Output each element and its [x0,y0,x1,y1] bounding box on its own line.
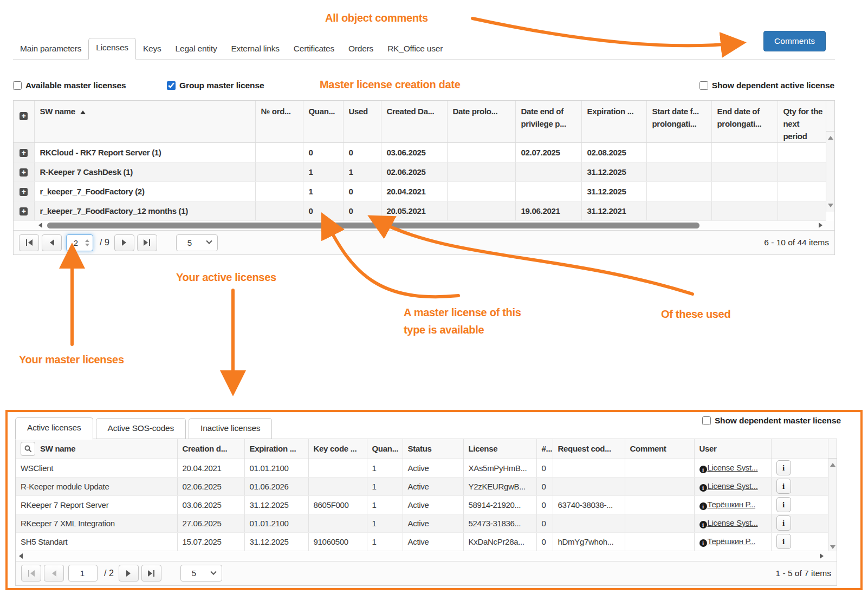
user-link[interactable]: Терёшкин Р... [708,537,756,546]
column-header-key-code[interactable]: Key code ... [308,439,367,459]
scroll-down-icon[interactable] [828,204,833,207]
info-button[interactable]: i [776,460,791,475]
tab-orders[interactable]: Orders [341,40,380,59]
cell: 19.06.2021 [515,201,581,221]
previous-page-button[interactable] [44,565,64,582]
cell: 31.12.2025 [244,495,308,514]
tab-main-parameters[interactable]: Main parameters [13,40,88,59]
user-link[interactable]: License Syst... [708,518,758,527]
column-header-sw-name[interactable]: SW name [16,439,177,459]
scroll-right-icon[interactable] [820,553,824,559]
search-button[interactable] [21,442,35,456]
tab-inactive-licenses[interactable]: Inactive licenses [189,418,272,439]
cell: 1 [343,162,381,182]
tab-rk-office-user[interactable]: RK_Office user [380,40,450,59]
column-header-number[interactable]: #... [536,439,553,459]
column-header-status[interactable]: Status [403,439,463,459]
cell-sw-name: r_keeper_7_FoodFactory_12 months (1) [34,201,255,221]
info-button[interactable]: i [776,497,791,512]
cell-user: iТерёшкин Р... [694,532,771,551]
tab-keys[interactable]: Keys [136,40,169,59]
column-header-creation-date[interactable]: Creation d... [177,439,244,459]
column-header-user[interactable]: User [694,439,771,459]
tab-active-licenses[interactable]: Active licenses [15,417,93,440]
horizontal-scrollbar[interactable] [16,551,837,561]
cell: Y2zKEURgwB... [463,477,536,495]
vertical-scrollbar[interactable] [826,132,834,212]
column-header-used[interactable]: Used [343,101,381,143]
tab-certificates[interactable]: Certificates [287,40,341,59]
table-row[interactable]: + RKCloud - RK7 Report Server (1) 0 0 03… [14,143,826,162]
expand-row-icon[interactable]: + [20,207,28,215]
tab-licenses[interactable]: Licenses [88,38,136,60]
show-dependent-master-license-checkbox[interactable]: Show dependent master license [702,416,841,426]
info-button[interactable]: i [776,479,791,494]
expand-row-icon[interactable]: + [20,188,28,196]
scrollbar-thumb[interactable] [47,223,699,228]
tab-legal-entity[interactable]: Legal entity [169,40,224,59]
expand-row-icon[interactable]: + [20,168,28,177]
user-link[interactable]: License Syst... [708,481,758,491]
user-link[interactable]: Терёшкин Р... [708,500,756,509]
page-number-input[interactable] [70,569,95,578]
table-row[interactable]: RKeeper 7 Report Server 03.06.2025 31.12… [16,495,828,514]
column-header-date-prolong[interactable]: Date prolo... [447,101,515,143]
scroll-right-icon[interactable] [819,223,822,228]
column-header-license[interactable]: License [463,439,536,459]
horizontal-scrollbar[interactable] [14,221,834,230]
column-header-request-code[interactable]: Request cod... [553,439,625,459]
spin-down-icon[interactable] [85,244,89,246]
first-page-button[interactable] [21,565,41,582]
page-size-select[interactable]: 5 [176,234,218,251]
available-master-licenses-checkbox[interactable]: Available master licenses [13,81,126,90]
info-button[interactable]: i [776,534,791,549]
scroll-up-icon[interactable] [830,463,835,467]
column-header-comment[interactable]: Comment [625,439,694,459]
table-row[interactable]: WSClient 20.04.2021 01.01.2100 1 Active … [16,459,828,477]
scroll-left-icon[interactable] [38,223,42,228]
next-page-button[interactable] [114,234,134,251]
table-row[interactable]: SH5 Standart 15.07.2025 31.12.2025 91060… [16,532,828,551]
table-row[interactable]: + r_keeper_7_FoodFactory_12 months (1) 0… [14,201,826,221]
column-header-quantity[interactable]: Quan... [367,439,403,459]
expand-all-icon[interactable]: + [20,112,28,120]
table-row[interactable]: + R-Keeper 7 CashDesk (1) 1 1 02.06.2025… [14,162,826,182]
vertical-scrollbar[interactable] [828,459,837,553]
scroll-up-icon[interactable] [828,136,833,140]
tab-external-links[interactable]: External links [224,40,286,59]
first-page-button[interactable] [19,234,39,251]
column-header-expiration[interactable]: Expiration ... [581,101,646,143]
table-row[interactable]: R-Keeper module Update 02.06.2025 01.06.… [16,477,828,495]
column-header-sw-name[interactable]: SW name [34,101,255,143]
scroll-down-icon[interactable] [830,545,835,549]
group-master-license-checkbox[interactable]: Group master license [167,81,264,90]
next-page-button[interactable] [119,565,139,582]
info-button[interactable]: i [776,515,791,531]
spinner[interactable] [84,239,90,246]
last-page-button[interactable] [137,234,157,251]
tab-active-sos-codes[interactable]: Active SOS-codes [96,418,186,439]
page-number-input[interactable] [68,238,84,247]
column-header-privilege-end[interactable]: Date end of privilege p... [515,101,581,143]
column-header-quantity[interactable]: Quan... [303,101,343,143]
column-header-start-prolong[interactable]: Start date f... prolongati... [646,101,711,143]
expand-row-icon[interactable]: + [20,149,28,157]
scroll-left-icon[interactable] [19,553,23,559]
page-size-select[interactable]: 5 [180,565,222,582]
checkbox-input[interactable] [167,81,176,90]
column-header-order[interactable]: № ord... [255,101,303,143]
last-page-button[interactable] [141,565,161,582]
spin-up-icon[interactable] [85,239,89,242]
column-header-end-prolong[interactable]: End date of prolongati... [711,101,778,143]
column-header-qty-next[interactable]: Qty for the next period [778,101,826,143]
checkbox-input[interactable] [699,81,708,90]
checkbox-input[interactable] [13,81,22,90]
column-header-expiration[interactable]: Expiration ... [244,439,308,459]
checkbox-input[interactable] [702,416,711,425]
table-row[interactable]: + r_keeper_7_FoodFactory (2) 1 0 20.04.2… [14,182,826,201]
user-link[interactable]: License Syst... [708,463,758,472]
show-dependent-active-license-checkbox[interactable]: Show dependent active license [699,81,834,90]
previous-page-button[interactable] [42,234,62,251]
table-row[interactable]: RKeeper 7 XML Integration 27.06.2025 01.… [16,514,828,532]
column-header-created[interactable]: Created Da... [381,101,447,143]
